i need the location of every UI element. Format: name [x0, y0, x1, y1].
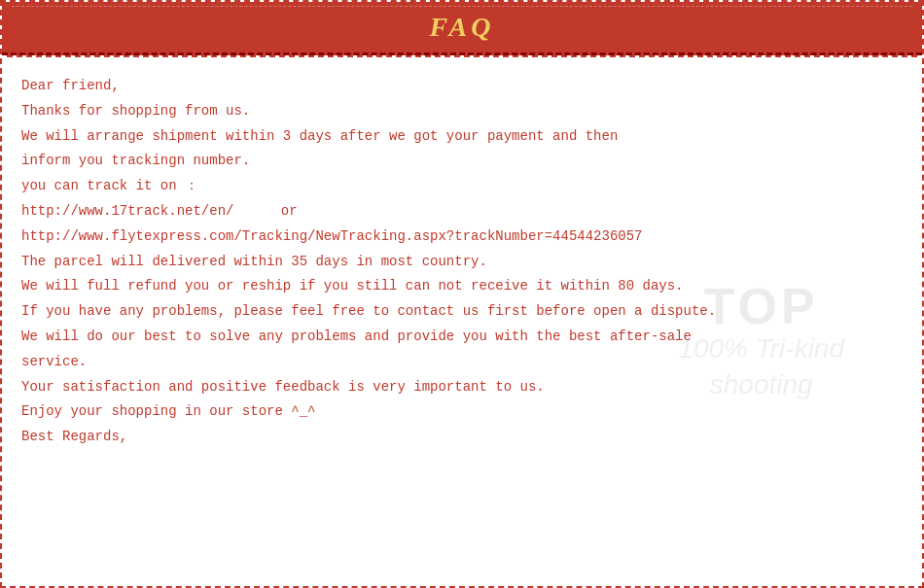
- tracking-url-1: http://www.17track.net/en/: [21, 203, 233, 219]
- line-7: http://www.flytexpress.com/Tracking/NewT…: [21, 225, 903, 249]
- line-13: Your satisfaction and positive feedback …: [21, 376, 903, 399]
- line-9: We will full refund you or reship if you…: [21, 275, 903, 298]
- line-4: inform you trackingn number.: [21, 150, 903, 173]
- line-2: Thanks for shopping from us.: [21, 100, 903, 123]
- or-text: or: [281, 203, 298, 219]
- line-12: service.: [21, 351, 903, 374]
- line-5: you can track it on ：: [21, 175, 903, 198]
- line-11: We will do our best to solve any problem…: [21, 326, 903, 349]
- line-6: http://www.17track.net/en/ or: [21, 200, 903, 224]
- line-8: The parcel will delivered within 35 days…: [21, 251, 903, 274]
- faq-title: FAQ: [429, 12, 494, 42]
- faq-content: Dear friend, Thanks for shopping from us…: [2, 57, 922, 461]
- line-15: Best Regards,: [21, 426, 903, 449]
- line-3: We will arrange shipment within 3 days a…: [21, 125, 903, 149]
- page-wrapper: FAQ Dear friend, Thanks for shopping fro…: [0, 0, 924, 588]
- line-1: Dear friend,: [21, 75, 903, 98]
- line-10: If you have any problems, please feel fr…: [21, 300, 903, 324]
- faq-header: FAQ: [2, 2, 922, 55]
- line-14: Enjoy your shopping in our store ^_^: [21, 400, 903, 424]
